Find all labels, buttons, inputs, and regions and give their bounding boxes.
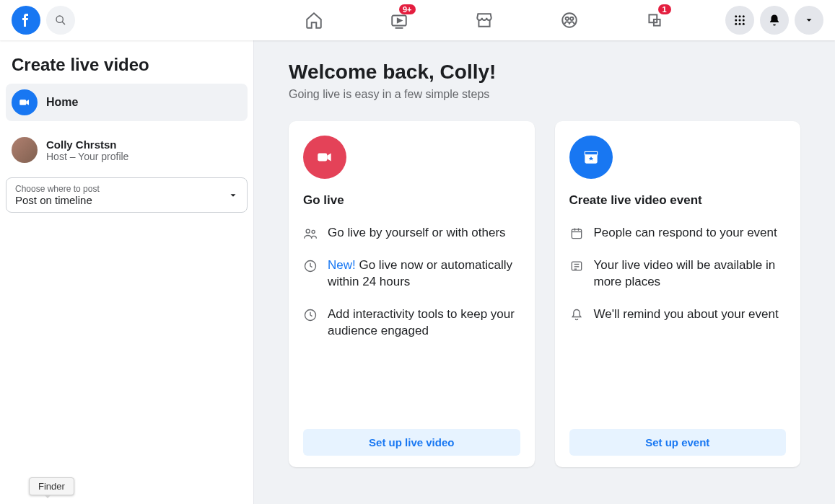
main-content: Welcome back, Colly! Going live is easy …	[254, 0, 835, 504]
nav-home[interactable]	[274, 0, 354, 40]
svg-point-5	[565, 17, 568, 20]
card-go-live: Go live Go live by yourself or with othe…	[289, 121, 535, 467]
svg-rect-26	[572, 229, 581, 239]
sidebar-item-host[interactable]: Colly Chrstsn Host – Your profile	[6, 131, 248, 169]
people-icon	[303, 226, 318, 241]
svg-point-14	[743, 19, 745, 22]
nav-gaming[interactable]: 1	[615, 0, 694, 40]
svg-rect-7	[649, 14, 657, 22]
nav-groups[interactable]	[530, 0, 609, 40]
top-header: 9+ 1	[0, 0, 835, 40]
watch-badge: 9+	[399, 4, 416, 14]
svg-point-21	[312, 230, 315, 233]
news-icon	[569, 259, 584, 273]
new-tag: New!	[328, 258, 356, 272]
sidebar-item-home[interactable]: Home	[6, 84, 248, 121]
home-icon	[305, 11, 323, 30]
svg-point-6	[570, 17, 573, 20]
card-event-title: Create live video event	[569, 193, 787, 208]
bell-outline-icon	[569, 308, 584, 322]
video-icon	[18, 96, 31, 109]
svg-point-16	[739, 23, 741, 25]
post-select-value: Post on timeline	[15, 194, 238, 206]
svg-point-13	[739, 19, 741, 22]
nav-watch[interactable]: 9+	[359, 0, 439, 40]
home-circle-icon	[12, 89, 38, 115]
groups-icon	[560, 11, 579, 30]
facebook-logo[interactable]	[12, 6, 40, 35]
svg-point-4	[562, 13, 577, 27]
live-feat-2: New! Go live now or automatically within…	[303, 257, 520, 291]
nav-marketplace[interactable]	[445, 0, 524, 40]
user-subtitle: Host – Your profile	[46, 151, 128, 162]
clock-icon	[303, 308, 318, 322]
event-feat-1: People can respond to your event	[569, 225, 787, 242]
cards-row: Go live Go live by yourself or with othe…	[289, 121, 800, 467]
marketplace-icon	[475, 11, 494, 30]
welcome-title: Welcome back, Colly!	[289, 61, 800, 84]
card-live-event: Create live video event People can respo…	[555, 121, 801, 467]
live-feat-1: Go live by yourself or with others	[303, 225, 520, 242]
clock-icon	[303, 259, 318, 273]
caret-down-icon	[804, 15, 814, 25]
header-nav: 9+ 1	[242, 0, 725, 40]
sidebar-home-label: Home	[46, 96, 78, 109]
setup-live-video-button[interactable]: Set up live video	[303, 429, 520, 456]
calendar-icon	[569, 226, 584, 241]
svg-point-12	[735, 19, 737, 22]
avatar	[12, 137, 38, 163]
welcome-subtitle: Going live is easy in a few simple steps	[289, 88, 800, 101]
setup-event-button[interactable]: Set up event	[569, 429, 787, 456]
svg-point-15	[735, 23, 737, 25]
post-destination-select[interactable]: Choose where to post Post on timeline	[6, 177, 248, 213]
sidebar: Create live video Home Colly Chrstsn Hos…	[0, 40, 254, 504]
svg-point-9	[735, 15, 737, 17]
event-feat-2: Your live video will be available in mor…	[569, 257, 787, 291]
sidebar-title: Create live video	[6, 52, 248, 84]
bell-icon	[768, 14, 781, 27]
go-live-icon	[303, 136, 346, 179]
header-right	[725, 6, 823, 35]
search-button[interactable]	[46, 6, 75, 35]
svg-rect-19	[318, 154, 327, 162]
event-icon	[569, 136, 613, 179]
svg-point-20	[306, 229, 310, 233]
account-button[interactable]	[795, 6, 823, 35]
svg-rect-18	[19, 100, 26, 105]
live-feat-3: Add interactivity tools to keep your aud…	[303, 306, 520, 340]
notifications-button[interactable]	[760, 6, 789, 35]
card-live-title: Go live	[303, 193, 520, 208]
calendar-star-icon	[582, 148, 600, 167]
header-left	[12, 6, 242, 35]
grid-icon	[733, 14, 746, 27]
video-icon	[315, 148, 334, 167]
event-feat-3: We'll remind you about your event	[569, 306, 787, 323]
svg-line-1	[62, 22, 65, 25]
finder-tooltip: Finder	[29, 477, 74, 495]
svg-rect-25	[585, 151, 597, 154]
post-select-label: Choose where to post	[15, 184, 238, 194]
menu-button[interactable]	[725, 6, 754, 35]
svg-point-17	[743, 23, 745, 25]
welcome-section: Welcome back, Colly! Going live is easy …	[289, 61, 800, 101]
gaming-badge: 1	[658, 4, 671, 14]
user-name: Colly Chrstsn	[46, 138, 128, 151]
svg-point-11	[743, 15, 745, 17]
chevron-down-icon	[228, 190, 238, 200]
svg-point-0	[56, 16, 63, 22]
svg-point-10	[739, 15, 741, 17]
search-icon	[55, 14, 66, 26]
